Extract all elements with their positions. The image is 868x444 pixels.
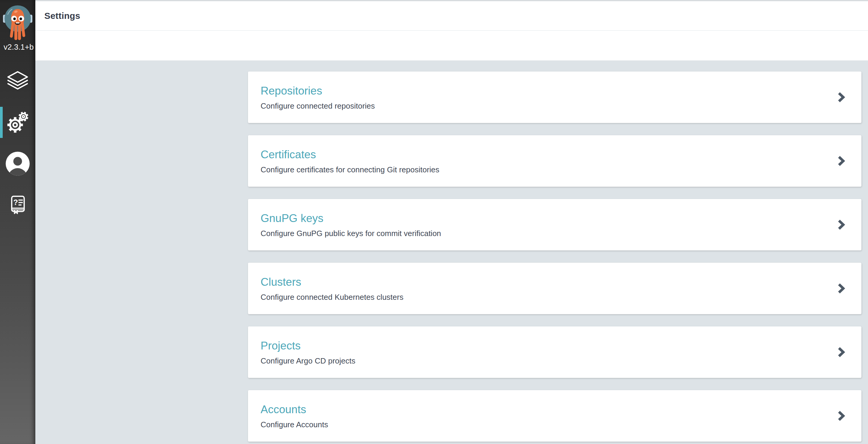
sidebar-item-applications[interactable] bbox=[0, 61, 35, 102]
gear-icon bbox=[5, 110, 30, 135]
chevron-right-icon bbox=[836, 346, 846, 358]
chevron-right-icon bbox=[836, 155, 846, 167]
svg-text:?: ? bbox=[13, 198, 18, 206]
settings-card[interactable]: Repositories Configure connected reposit… bbox=[248, 71, 861, 123]
settings-card-title: Clusters bbox=[260, 276, 861, 289]
chevron-right-icon bbox=[836, 91, 846, 104]
app-logo: v2.3.1+b bbox=[0, 0, 35, 52]
version-label: v2.3.1+b bbox=[0, 42, 35, 52]
settings-card-list: Repositories Configure connected reposit… bbox=[248, 71, 861, 442]
settings-card[interactable]: Clusters Configure connected Kubernetes … bbox=[248, 263, 861, 314]
settings-card-title: Certificates bbox=[260, 148, 861, 161]
settings-card-description: Configure Argo CD projects bbox=[260, 356, 861, 365]
sidebar-item-settings[interactable] bbox=[0, 102, 35, 143]
settings-card-title: Repositories bbox=[260, 84, 861, 98]
chevron-right-icon bbox=[836, 410, 846, 422]
settings-card[interactable]: Projects Configure Argo CD projects bbox=[248, 327, 861, 378]
settings-card[interactable]: Certificates Configure certificates for … bbox=[248, 135, 861, 187]
settings-card-title: Projects bbox=[260, 339, 861, 352]
top-header-bar: Settings bbox=[35, 1, 868, 31]
settings-card-description: Configure GnuPG public keys for commit v… bbox=[260, 229, 861, 238]
chevron-right-icon bbox=[836, 218, 846, 231]
settings-card-description: Configure Accounts bbox=[260, 420, 861, 429]
settings-card-description: Configure connected Kubernetes clusters bbox=[260, 293, 861, 302]
layers-icon bbox=[6, 70, 30, 92]
settings-content: Repositories Configure connected reposit… bbox=[35, 61, 868, 444]
settings-card-description: Configure certificates for connecting Gi… bbox=[260, 165, 861, 174]
settings-card-description: Configure connected repositories bbox=[260, 101, 861, 110]
settings-card[interactable]: GnuPG keys Configure GnuPG public keys f… bbox=[248, 199, 861, 250]
chevron-right-icon bbox=[836, 282, 846, 295]
settings-card-title: Accounts bbox=[260, 403, 861, 416]
active-nav-indicator bbox=[0, 107, 3, 138]
argo-octopus-logo-icon bbox=[3, 4, 33, 42]
user-icon bbox=[5, 151, 30, 176]
help-book-icon: ? bbox=[6, 194, 29, 216]
settings-card-title: GnuPG keys bbox=[260, 212, 861, 225]
main-area: Settings Repositories Configure connecte… bbox=[35, 0, 868, 444]
page-title: Settings bbox=[44, 11, 80, 21]
sidebar-nav: ? bbox=[0, 61, 35, 226]
sidebar-item-help[interactable]: ? bbox=[0, 184, 35, 226]
sidebar-item-user[interactable] bbox=[0, 143, 35, 184]
sidebar: v2.3.1+b bbox=[0, 0, 35, 444]
settings-card[interactable]: Accounts Configure Accounts bbox=[248, 390, 861, 442]
secondary-toolbar bbox=[35, 31, 868, 61]
